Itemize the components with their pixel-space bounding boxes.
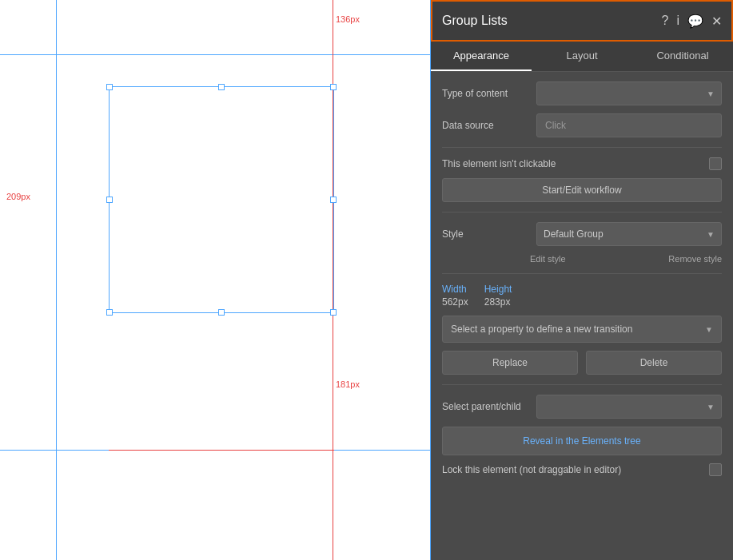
select-parent-row: Select parent/child ▼ bbox=[442, 395, 722, 419]
not-clickable-label: This element isn't clickable bbox=[442, 158, 556, 169]
info-icon[interactable]: i bbox=[676, 14, 679, 28]
selection-rectangle[interactable] bbox=[109, 86, 334, 313]
edit-style-link[interactable]: Edit style bbox=[530, 254, 566, 264]
dropdown-arrow-type: ▼ bbox=[707, 89, 715, 98]
width-item: Width 562px bbox=[442, 284, 468, 308]
help-icon[interactable]: ? bbox=[662, 14, 669, 28]
dimension-181: 181px bbox=[336, 379, 360, 389]
panel-title: Group Lists bbox=[442, 14, 508, 28]
dimension-136: 136px bbox=[336, 14, 360, 24]
tab-conditional[interactable]: Conditional bbox=[632, 42, 733, 71]
style-label: Style bbox=[442, 228, 530, 240]
handle-top-center[interactable] bbox=[218, 84, 225, 90]
handle-middle-right[interactable] bbox=[330, 197, 337, 203]
tab-appearance[interactable]: Appearance bbox=[431, 42, 532, 71]
style-links: Edit style Remove style bbox=[442, 254, 722, 264]
width-label: Width bbox=[442, 284, 468, 295]
lock-row: Lock this element (not draggable in edit… bbox=[442, 463, 722, 476]
workflow-button[interactable]: Start/Edit workflow bbox=[442, 178, 722, 202]
handle-bottom-center[interactable] bbox=[218, 309, 225, 316]
divider-1 bbox=[442, 147, 722, 148]
dropdown-arrow-parent: ▼ bbox=[707, 403, 715, 411]
lock-checkbox[interactable] bbox=[709, 463, 722, 476]
panel-body: Type of content ▼ Data source Click This… bbox=[431, 72, 733, 560]
style-dropdown[interactable]: Default Group ▼ bbox=[536, 222, 722, 246]
type-of-content-control: ▼ bbox=[536, 81, 722, 105]
transition-dropdown[interactable]: Select a property to define a new transi… bbox=[442, 316, 722, 343]
divider-4 bbox=[442, 384, 722, 385]
select-parent-label: Select parent/child bbox=[442, 401, 530, 412]
guide-line-top bbox=[0, 54, 432, 55]
width-value: 562px bbox=[442, 296, 468, 308]
remove-style-link[interactable]: Remove style bbox=[668, 254, 722, 264]
height-value: 283px bbox=[484, 296, 512, 308]
panel-header-icons: ? i 💬 ✕ bbox=[662, 14, 722, 29]
tabs-bar: Appearance Layout Conditional bbox=[431, 42, 733, 72]
transition-placeholder: Select a property to define a new transi… bbox=[451, 324, 632, 335]
handle-top-left[interactable] bbox=[106, 84, 113, 90]
close-icon[interactable]: ✕ bbox=[711, 14, 722, 29]
type-of-content-dropdown[interactable]: ▼ bbox=[536, 81, 722, 105]
properties-panel: Group Lists ? i 💬 ✕ Appearance Layout Co… bbox=[431, 0, 733, 560]
handle-bottom-right[interactable] bbox=[330, 309, 337, 316]
dropdown-arrow-style: ▼ bbox=[707, 230, 715, 239]
style-control: Default Group ▼ bbox=[536, 222, 722, 246]
select-parent-control: ▼ bbox=[536, 395, 722, 419]
data-source-label: Data source bbox=[442, 120, 530, 131]
select-parent-dropdown[interactable]: ▼ bbox=[536, 395, 722, 419]
chat-icon[interactable]: 💬 bbox=[687, 14, 703, 29]
data-source-control: Click bbox=[536, 113, 722, 137]
style-value: Default Group bbox=[544, 228, 604, 240]
type-of-content-label: Type of content bbox=[442, 88, 530, 99]
tab-layout[interactable]: Layout bbox=[532, 42, 632, 71]
reveal-button[interactable]: Reveal in the Elements tree bbox=[442, 427, 722, 455]
panel-header: Group Lists ? i 💬 ✕ bbox=[431, 0, 733, 42]
handle-bottom-left[interactable] bbox=[106, 309, 113, 316]
divider-2 bbox=[442, 212, 722, 212]
canvas: 136px 209px 181px bbox=[0, 0, 432, 560]
divider-3 bbox=[442, 273, 722, 274]
handle-top-right[interactable] bbox=[330, 84, 337, 90]
replace-delete-row: Replace Delete bbox=[442, 351, 722, 375]
height-item: Height 283px bbox=[484, 284, 512, 308]
replace-button[interactable]: Replace bbox=[442, 351, 578, 375]
dimension-209: 209px bbox=[6, 192, 30, 201]
width-height-row: Width 562px Height 283px bbox=[442, 284, 722, 308]
data-source-row: Data source Click bbox=[442, 113, 722, 137]
guide-line-left bbox=[56, 0, 57, 560]
delete-button[interactable]: Delete bbox=[586, 351, 722, 375]
height-label: Height bbox=[484, 284, 512, 295]
not-clickable-row: This element isn't clickable bbox=[442, 157, 722, 170]
dropdown-arrow-transition: ▼ bbox=[705, 325, 713, 334]
lock-label: Lock this element (not draggable in edit… bbox=[442, 464, 621, 475]
not-clickable-checkbox[interactable] bbox=[709, 157, 722, 170]
data-source-input[interactable]: Click bbox=[536, 113, 722, 137]
type-of-content-row: Type of content ▼ bbox=[442, 81, 722, 105]
style-row: Style Default Group ▼ bbox=[442, 222, 722, 246]
handle-middle-left[interactable] bbox=[106, 197, 113, 203]
measure-line-horizontal bbox=[109, 450, 334, 451]
